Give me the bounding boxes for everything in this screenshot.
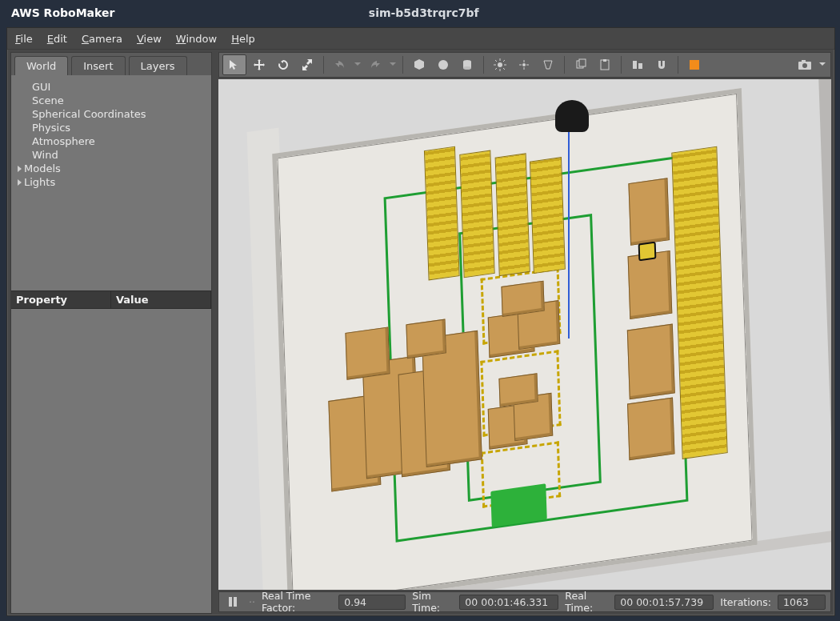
separator <box>564 56 565 74</box>
panel-splitter[interactable] <box>212 52 218 612</box>
col-value[interactable]: Value <box>111 291 211 308</box>
pause-icon <box>228 596 238 607</box>
svg-point-26 <box>802 63 807 68</box>
undo-button[interactable] <box>329 55 351 74</box>
redo-icon <box>369 58 382 71</box>
left-tabs: World Insert Layers <box>11 53 211 75</box>
tool-translate[interactable] <box>248 55 270 74</box>
align-icon <box>631 58 644 71</box>
tree-lights[interactable]: Lights <box>18 175 205 189</box>
property-body <box>11 309 211 613</box>
spot-light-icon <box>542 58 554 71</box>
right-panel: ·· Real Time Factor: 0.94 Sim Time: 00 0… <box>218 52 831 612</box>
sim-time-label: Sim Time: <box>412 590 453 614</box>
svg-point-13 <box>522 63 526 66</box>
snap-button[interactable] <box>650 55 673 74</box>
paste-button[interactable] <box>594 55 616 74</box>
magnet-icon <box>655 58 668 71</box>
screenshot-menu[interactable] <box>818 55 827 74</box>
insert-point-light[interactable] <box>513 55 535 74</box>
scale-icon <box>301 58 314 71</box>
rotate-icon <box>277 58 290 71</box>
camera-icon <box>798 59 812 70</box>
record-icon <box>689 59 700 70</box>
undo-menu[interactable] <box>353 55 362 74</box>
redo-button[interactable] <box>364 55 386 74</box>
tab-world[interactable]: World <box>14 56 68 75</box>
copy-icon <box>574 58 587 71</box>
left-panel: World Insert Layers GUI Scene Spherical … <box>10 52 212 614</box>
warehouse-scene <box>218 79 831 590</box>
svg-line-11 <box>503 60 505 62</box>
pause-button[interactable] <box>224 592 242 611</box>
shelving-racks <box>424 131 564 292</box>
rtf-label: Real Time Factor: <box>262 590 332 614</box>
insert-sun-light[interactable] <box>489 55 511 74</box>
svg-point-3 <box>463 66 471 70</box>
menu-camera[interactable]: Camera <box>82 33 122 45</box>
tree-atmosphere[interactable]: Atmosphere <box>18 134 205 148</box>
separator <box>323 56 324 74</box>
property-panel: Property Value <box>11 290 211 613</box>
svg-rect-19 <box>579 59 586 66</box>
tree-models[interactable]: Models <box>18 162 205 175</box>
iterations-value: 1063 <box>778 595 826 610</box>
real-time-value: 00 00:01:57.739 <box>614 595 714 610</box>
screenshot-button[interactable] <box>794 55 816 74</box>
insert-sphere[interactable] <box>432 55 454 74</box>
insert-cylinder[interactable] <box>456 55 478 74</box>
separator <box>402 56 403 74</box>
svg-rect-24 <box>690 60 699 70</box>
3d-viewport[interactable] <box>218 79 831 590</box>
box-pile-left <box>326 314 490 499</box>
toolbar <box>218 52 831 78</box>
tree-spherical[interactable]: Spherical Coordinates <box>18 107 205 121</box>
svg-rect-27 <box>802 60 806 62</box>
caret-icon <box>18 179 22 186</box>
insert-spot-light[interactable] <box>537 55 559 74</box>
svg-line-12 <box>495 68 497 70</box>
menu-help[interactable]: Help <box>231 33 255 45</box>
sun-icon <box>494 58 506 71</box>
tool-rotate[interactable] <box>272 55 294 74</box>
title-bar: AWS RoboMaker sim-b5d3trqrc7bf <box>0 0 840 26</box>
menu-edit[interactable]: Edit <box>47 33 67 45</box>
menu-window[interactable]: Window <box>176 33 217 45</box>
right-wall-shelves <box>569 146 726 472</box>
tree-scene[interactable]: Scene <box>18 94 205 107</box>
col-property[interactable]: Property <box>11 291 111 308</box>
tool-select[interactable] <box>222 54 246 75</box>
app-name: AWS RoboMaker <box>11 6 114 19</box>
svg-point-0 <box>438 60 448 70</box>
tool-scale[interactable] <box>296 55 318 74</box>
menu-view[interactable]: View <box>137 33 162 45</box>
point-light-icon <box>518 58 530 71</box>
sphere-icon <box>437 58 450 71</box>
iterations-label: Iterations: <box>720 596 771 608</box>
tab-layers[interactable]: Layers <box>129 56 187 75</box>
cursor-icon <box>228 58 241 71</box>
copy-button[interactable] <box>570 55 592 74</box>
svg-line-10 <box>503 68 505 70</box>
tab-insert[interactable]: Insert <box>71 56 125 75</box>
svg-rect-28 <box>229 597 232 607</box>
step-dots: ·· <box>249 596 255 608</box>
record-button[interactable] <box>683 55 706 74</box>
tree-physics[interactable]: Physics <box>18 121 205 134</box>
insert-box[interactable] <box>408 55 430 74</box>
center-pile-2 <box>486 371 556 451</box>
tree-wind[interactable]: Wind <box>18 148 205 162</box>
menu-bar: File Edit Camera View Window Help <box>7 28 834 50</box>
undo-icon <box>334 58 346 71</box>
svg-line-9 <box>495 60 497 62</box>
menu-file[interactable]: File <box>15 33 33 45</box>
svg-point-4 <box>498 62 502 67</box>
world-tree[interactable]: GUI Scene Spherical Coordinates Physics … <box>11 75 211 194</box>
center-pile-1 <box>487 278 563 360</box>
svg-rect-23 <box>638 63 642 69</box>
redo-menu[interactable] <box>388 55 398 74</box>
move-icon <box>253 58 266 71</box>
z-axis-line <box>568 130 570 339</box>
align-button[interactable] <box>626 55 649 74</box>
tree-gui[interactable]: GUI <box>18 80 205 94</box>
